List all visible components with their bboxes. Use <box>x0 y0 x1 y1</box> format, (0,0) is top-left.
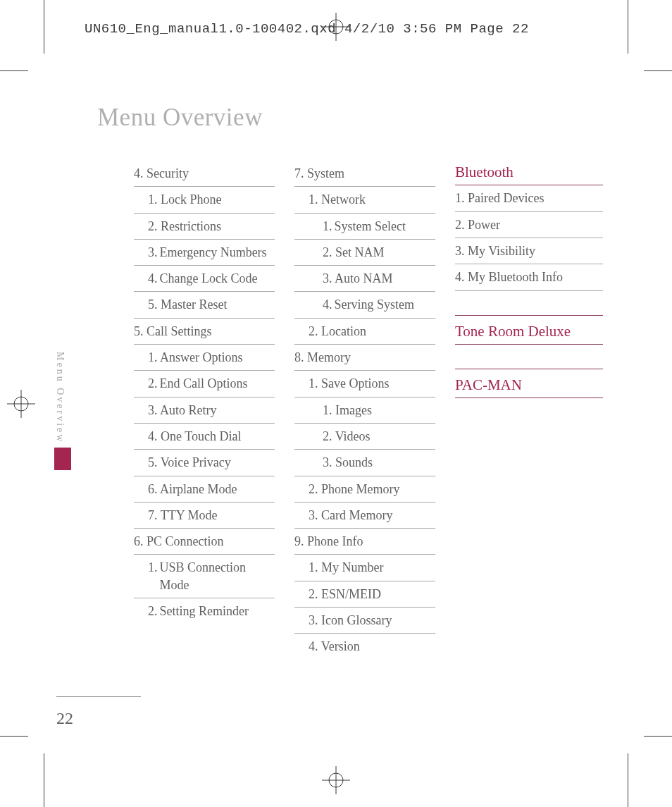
list-item-text: System Select <box>335 218 436 235</box>
list-item: 7. TTY Mode <box>134 503 275 529</box>
section-tone-room: Tone Room Deluxe <box>455 320 603 345</box>
list-item: 5. Voice Privacy <box>134 450 275 476</box>
list-item: 6. PC Connection <box>134 529 275 555</box>
crop-mark <box>44 0 44 54</box>
list-item: 1. Paired Devices <box>455 185 603 211</box>
list-item: 2. Phone Memory <box>294 476 435 503</box>
crop-mark <box>0 70 28 71</box>
list-item-text: Change Lock Code <box>160 270 275 287</box>
column-3: Bluetooth 1. Paired Devices 2. Power 3. … <box>455 161 603 660</box>
list-item-number: 1. <box>323 218 332 235</box>
list-item: 3. Sounds <box>294 450 435 476</box>
list-item: 1.System Select <box>294 214 435 240</box>
list-item: 2.End Call Options <box>134 371 275 397</box>
crop-mark <box>628 753 628 807</box>
list-item: 4. Version <box>294 634 435 659</box>
list-item: 5. Call Settings <box>134 319 275 345</box>
section-pacman: PAC-MAN <box>455 374 603 398</box>
side-tab-label: Menu Overview <box>54 352 66 448</box>
list-item: 2. Power <box>455 212 603 238</box>
list-item: 7. System <box>294 161 435 187</box>
list-item-number: 3. <box>148 244 158 261</box>
list-item: 3.Emergency Numbers <box>134 240 275 266</box>
list-item-number: 1. <box>148 559 158 593</box>
list-item: 1. My Number <box>294 555 435 581</box>
list-item: 1. Answer Options <box>134 345 275 371</box>
crop-mark <box>44 753 44 807</box>
side-tab: Menu Overview <box>54 352 70 470</box>
list-item: 3. Auto NAM <box>294 266 435 292</box>
list-item-text: USB Connection Mode <box>160 559 275 593</box>
list-item: 1. Images <box>294 398 435 424</box>
list-item: 4. Security <box>134 161 275 187</box>
list-item-number: 4. <box>323 296 332 313</box>
list-item: 3. Icon Glossary <box>294 608 435 634</box>
content-columns: 4. Security1. Lock Phone2. Restrictions3… <box>134 161 620 660</box>
crop-mark <box>0 736 28 737</box>
list-item: 1. Save Options <box>294 371 435 397</box>
list-item-text: Setting Reminder <box>160 603 275 620</box>
list-item: 2. ESN/MEID <box>294 581 435 608</box>
print-header-info: UN610_Eng_manual1.0-100402.qxd 4/2/10 3:… <box>85 21 529 37</box>
crop-mark <box>644 70 672 71</box>
footer-rule <box>56 696 141 697</box>
list-item-number: 4. <box>148 270 158 287</box>
list-item-number: 2. <box>148 375 158 392</box>
list-item: 6. Airplane Mode <box>134 476 275 503</box>
list-item: 1. Network <box>294 187 435 213</box>
list-item: 3. Card Memory <box>294 503 435 529</box>
list-item: 1. Lock Phone <box>134 187 275 213</box>
column-1: 4. Security1. Lock Phone2. Restrictions3… <box>134 161 275 660</box>
list-item: 2. Location <box>294 319 435 345</box>
list-item: 3. My Visibility <box>455 238 603 264</box>
list-item-text: End Call Options <box>160 375 275 392</box>
page-title: Menu Overview <box>97 104 263 132</box>
registration-mark-icon <box>322 766 350 794</box>
crop-mark <box>644 736 672 737</box>
registration-mark-icon <box>7 390 35 418</box>
list-item: 9. Phone Info <box>294 529 435 555</box>
list-item-number: 2. <box>148 603 158 620</box>
list-item: 4. My Bluetooth Info <box>455 264 603 290</box>
list-item: 2. Set NAM <box>294 240 435 266</box>
list-item: 4. One Touch Dial <box>134 424 275 450</box>
list-item: 4.Change Lock Code <box>134 266 275 292</box>
crop-mark <box>628 0 628 54</box>
list-item: 8. Memory <box>294 345 435 371</box>
list-item: 2.Setting Reminder <box>134 598 275 624</box>
list-item-text: Emergency Numbers <box>160 244 275 261</box>
list-item: 1.USB Connection Mode <box>134 555 275 598</box>
section-top-rule <box>455 369 603 369</box>
list-item: 4.Serving System <box>294 292 435 318</box>
list-item: 2. Videos <box>294 424 435 450</box>
list-item-text: Serving System <box>335 296 436 313</box>
list-item: 5. Master Reset <box>134 292 275 318</box>
list-item: 3. Auto Retry <box>134 398 275 424</box>
column-2: 7. System1. Network1.System Select2. Set… <box>294 161 435 660</box>
section-top-rule <box>455 315 603 316</box>
side-tab-bar <box>54 448 71 470</box>
section-bluetooth: Bluetooth <box>455 161 603 185</box>
list-item: 2. Restrictions <box>134 214 275 240</box>
page-number: 22 <box>56 709 73 728</box>
